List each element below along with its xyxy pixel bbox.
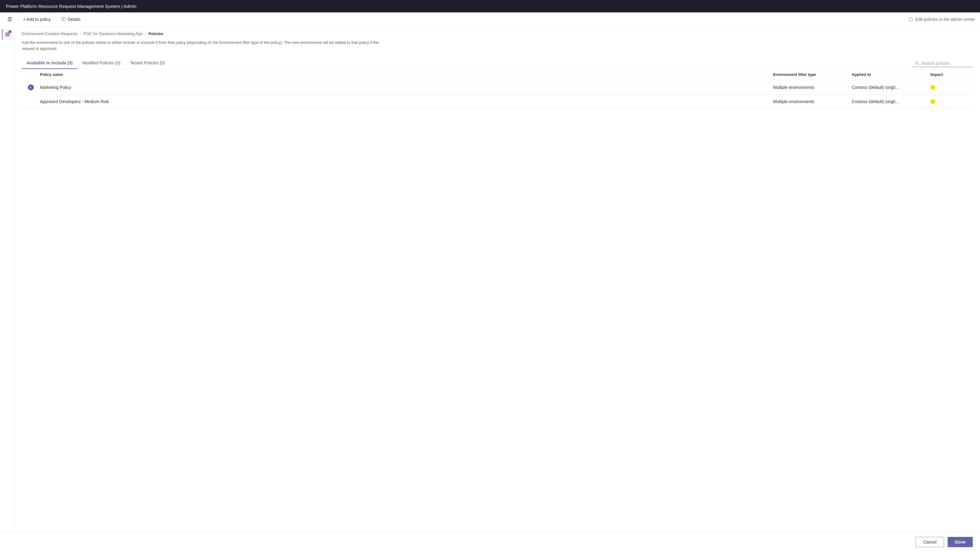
tab-available[interactable]: Available to include (3)	[22, 57, 78, 69]
add-to-policy-label: + Add to policy	[23, 17, 51, 22]
done-button[interactable]: Done	[948, 537, 973, 547]
page-description: Add the environment to one of the polici…	[22, 40, 385, 51]
details-icon: ⓘ	[61, 17, 66, 22]
header-applied-to: Applied to	[852, 72, 931, 77]
impact-dot-1	[931, 99, 935, 104]
breadcrumb-separator-0: ›	[80, 32, 81, 36]
row-impact-1	[931, 99, 973, 104]
row-check-0: ✓	[22, 84, 40, 90]
header-impact: Impact	[931, 72, 973, 77]
header-policy-name: Policy name	[40, 72, 773, 77]
svg-rect-2	[5, 36, 10, 36]
svg-rect-1	[5, 34, 10, 35]
row-filter-type-1: Multiple environments	[773, 99, 852, 104]
breadcrumb-item-0[interactable]: Environment Creation Requests	[22, 32, 78, 36]
row-impact-0	[931, 85, 973, 90]
svg-line-4	[918, 64, 919, 65]
row-filter-type-0: Multiple environments	[773, 85, 852, 90]
edit-policies-link[interactable]: ⬡ Edit policies in the admin center	[908, 17, 975, 22]
row-policy-name-0: Marketing Policy	[40, 85, 773, 90]
external-link-icon: ⬡	[908, 17, 913, 22]
footer: Cancel Done	[0, 532, 980, 552]
search-input[interactable]	[921, 61, 967, 66]
breadcrumb: Environment Creation Requests › POC for …	[22, 32, 973, 36]
breadcrumb-current: Policies	[148, 32, 163, 36]
header-check	[22, 72, 40, 77]
row-applied-to-1: Contoso (default) (org0...	[852, 99, 931, 104]
selected-check-icon: ✓	[28, 84, 34, 90]
header-filter-type: Environment filter type	[773, 72, 852, 77]
tab-tenant[interactable]: Tenant Policies (0)	[125, 57, 170, 69]
edit-policies-label: Edit policies in the admin center	[915, 17, 975, 22]
row-policy-name-1: Approved Developers - Medium Risk	[40, 99, 773, 104]
search-icon	[915, 61, 920, 66]
toolbar-left: ☰ + Add to policy ⓘ Details	[5, 15, 83, 24]
search-box	[912, 60, 973, 67]
table-header: Policy name Environment filter type Appl…	[22, 69, 973, 80]
policy-table: Policy name Environment filter type Appl…	[22, 69, 973, 108]
title-bar: Power Platform Resource Request Manageme…	[0, 0, 980, 13]
tabs-container: Available to include (3) Modified Polici…	[22, 57, 973, 69]
main-content: Environment Creation Requests › POC for …	[14, 27, 980, 532]
notification-badge: 1	[8, 30, 11, 33]
cancel-button[interactable]: Cancel	[916, 537, 944, 547]
table-row[interactable]: Approved Developers - Medium Risk Multip…	[22, 95, 973, 108]
breadcrumb-separator-1: ›	[145, 32, 146, 36]
breadcrumb-item-1[interactable]: POC for Dynamics Marketing App	[83, 32, 142, 36]
details-button[interactable]: ⓘ Details	[59, 16, 83, 23]
add-to-policy-button[interactable]: + Add to policy	[21, 16, 53, 23]
details-label: Details	[67, 17, 80, 22]
row-applied-to-0: Contoso (default) (org0...	[852, 85, 931, 90]
tabs-left: Available to include (3) Modified Polici…	[22, 57, 170, 69]
menu-icon[interactable]: ☰	[5, 15, 14, 24]
table-row[interactable]: ✓ Marketing Policy Multiple environments…	[22, 80, 973, 95]
app-title: Power Platform Resource Request Manageme…	[6, 4, 137, 9]
main-layout: 1 Environment Creation Requests › POC fo…	[0, 27, 980, 532]
sidebar-home-icon[interactable]: 1	[2, 29, 13, 40]
sidebar: 1	[0, 27, 14, 532]
impact-dot-0	[931, 85, 935, 90]
toolbar: ☰ + Add to policy ⓘ Details ⬡ Edit polic…	[0, 13, 980, 27]
tab-modified[interactable]: Modified Policies (0)	[78, 57, 125, 69]
